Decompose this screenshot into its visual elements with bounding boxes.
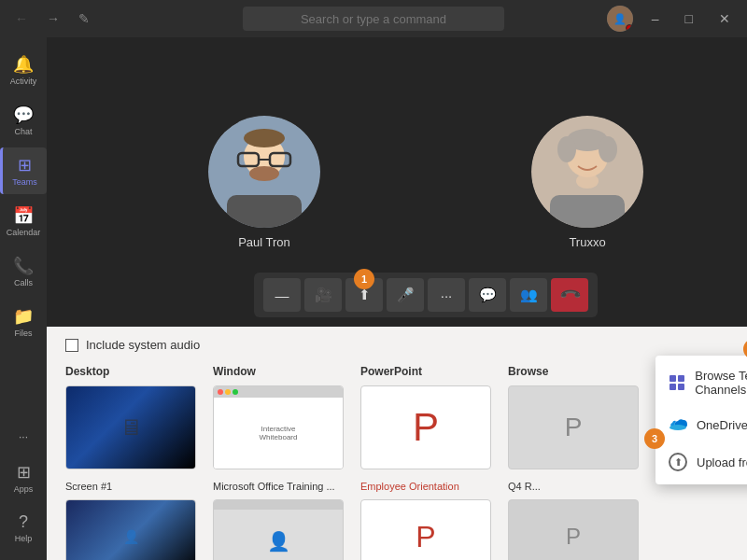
search-bar[interactable] — [243, 7, 504, 31]
participants-icon: 👥 — [520, 287, 538, 303]
svg-rect-17 — [669, 384, 676, 390]
svg-rect-16 — [678, 375, 684, 382]
browse-dropdown-menu: 2 — [655, 356, 747, 484]
participant-2: Truxxo — [531, 116, 643, 249]
search-input[interactable] — [243, 12, 504, 26]
browse-icon-2: P — [566, 524, 581, 550]
sidebar-item-activity[interactable]: 🔔 Activity — [0, 47, 47, 93]
browse-thumb[interactable]: P — [508, 385, 639, 469]
chat-button[interactable]: 💬 — [469, 278, 506, 312]
sidebar-label-files: Files — [14, 329, 32, 338]
sidebar-label-chat: Chat — [14, 127, 32, 136]
sidebar-item-help[interactable]: ? Help — [0, 505, 47, 551]
teams-channels-label: Browse Teams and Channels — [695, 369, 747, 397]
ppt-thumb-1[interactable]: P — [360, 385, 491, 469]
sidebar-item-calls[interactable]: 📞 Calls — [0, 248, 47, 295]
maximize-button[interactable]: □ — [678, 11, 700, 26]
sidebar-label-help: Help — [15, 534, 33, 543]
browse-icon: P — [565, 413, 583, 442]
nav-buttons: ← → ✎ — [9, 9, 95, 28]
video-icon: 🎥 — [315, 287, 332, 303]
participants-button[interactable]: 👥 — [510, 278, 547, 312]
desktop-thumb[interactable]: 🖥 — [65, 385, 196, 469]
mute-button[interactable]: — — [263, 278, 301, 312]
share-category-browse: Browse P Q4 R... P — [508, 365, 639, 560]
svg-point-6 — [249, 166, 279, 181]
sidebar-item-chat[interactable]: 💬 Chat — [0, 97, 47, 144]
sidebar-item-calendar[interactable]: 📅 Calendar — [0, 198, 47, 245]
files-icon: 📁 — [13, 306, 34, 327]
upload-icon: ⬆ — [669, 453, 687, 471]
onedrive-label: OneDrive — [697, 418, 747, 432]
participant-2-name: Truxxo — [569, 235, 605, 249]
end-call-icon: 📞 — [557, 283, 582, 307]
dropdown-onedrive[interactable]: OneDrive — [655, 406, 747, 443]
share-category-powerpoint: PowerPoint P Employee Orientation P — [360, 365, 491, 560]
content-area: Paul Tron — [47, 37, 747, 560]
sidebar-item-more-dots[interactable]: ··· — [0, 423, 47, 451]
calendar-icon: 📅 — [13, 205, 34, 226]
svg-rect-10 — [550, 195, 625, 228]
desktop-thumb-2[interactable]: 👤 — [65, 499, 196, 560]
mic-button[interactable]: 🎤 — [387, 278, 424, 312]
apps-icon: ⊞ — [17, 462, 31, 483]
sidebar-label-teams: Teams — [12, 177, 37, 187]
back-button[interactable]: ← — [9, 9, 34, 28]
share-category-window: Window InteractiveWhiteboard — [213, 365, 344, 560]
more-button[interactable]: ··· — [428, 278, 465, 312]
window-label: Microsoft Office Training ... — [213, 481, 344, 492]
end-call-button[interactable]: 📞 — [551, 278, 588, 312]
badge-2: 2 — [743, 339, 747, 359]
window-thumb[interactable]: InteractiveWhiteboard — [213, 385, 344, 469]
desktop-screen-label: Screen #1 — [65, 481, 196, 492]
more-icon: ··· — [441, 287, 453, 303]
powerpoint-title: PowerPoint — [360, 365, 491, 378]
teams-icon: ⊞ — [18, 155, 32, 175]
mic-icon: 🎤 — [397, 287, 415, 303]
ppt-label-1: Employee Orientation — [360, 481, 491, 492]
sidebar-item-teams[interactable]: ⊞ Teams — [0, 147, 47, 194]
sidebar-item-files[interactable]: 📁 Files — [0, 299, 47, 345]
sidebar-label-calendar: Calendar — [7, 228, 41, 237]
sidebar-label-activity: Activity — [10, 77, 37, 86]
sidebar-label-apps: Apps — [14, 484, 34, 494]
calls-icon: 📞 — [13, 256, 34, 276]
screen-icon-2: 👤 — [123, 529, 139, 544]
system-audio-label: Include system audio — [86, 338, 200, 352]
chat-icon: 💬 — [13, 105, 34, 125]
ppt-thumb-2[interactable]: P — [360, 499, 491, 560]
sidebar-item-apps[interactable]: ⊞ Apps — [0, 455, 47, 501]
desktop-title: Desktop — [65, 365, 196, 378]
onedrive-icon — [669, 415, 687, 434]
chat-ctrl-icon: 💬 — [479, 287, 497, 303]
title-bar-right: 👤 – □ ✕ — [607, 6, 738, 32]
minimize-button[interactable]: – — [644, 11, 667, 26]
share-category-desktop: Desktop 🖥 Screen #1 👤 — [65, 365, 196, 560]
user-avatar[interactable]: 👤 — [607, 6, 633, 32]
window-title: Window — [213, 365, 344, 378]
edit-icon[interactable]: ✎ — [73, 9, 95, 28]
window-thumb-2[interactable]: 👤 — [213, 499, 344, 560]
call-controls: — 🎥 1 ⬆ 🎤 ··· 💬 👥 — [254, 273, 598, 317]
help-icon: ? — [19, 512, 28, 532]
svg-rect-2 — [227, 195, 302, 228]
forward-button[interactable]: → — [41, 9, 65, 28]
svg-rect-18 — [678, 384, 684, 390]
mute-icon: — — [275, 287, 289, 303]
participant-1-avatar — [208, 116, 320, 228]
sidebar-label-calls: Calls — [14, 278, 33, 287]
dropdown-upload[interactable]: ⬆ Upload from my computer — [655, 443, 747, 481]
browse-title: Browse — [508, 365, 639, 378]
sidebar-bottom: ··· ⊞ Apps ? Help — [0, 423, 47, 551]
browse-thumb-2[interactable]: P — [508, 499, 639, 560]
svg-point-7 — [244, 129, 285, 147]
participant-1-name: Paul Tron — [238, 235, 290, 249]
dropdown-teams-channels[interactable]: Browse Teams and Channels — [655, 359, 747, 406]
desktop-preview: 🖥 — [66, 386, 195, 469]
video-button[interactable]: 🎥 — [304, 278, 342, 312]
participant-2-avatar — [531, 116, 643, 228]
close-button[interactable]: ✕ — [712, 11, 738, 26]
system-audio-checkbox[interactable] — [65, 339, 78, 352]
participant-1: Paul Tron — [208, 116, 320, 249]
share-button[interactable]: 1 ⬆ — [345, 278, 383, 312]
